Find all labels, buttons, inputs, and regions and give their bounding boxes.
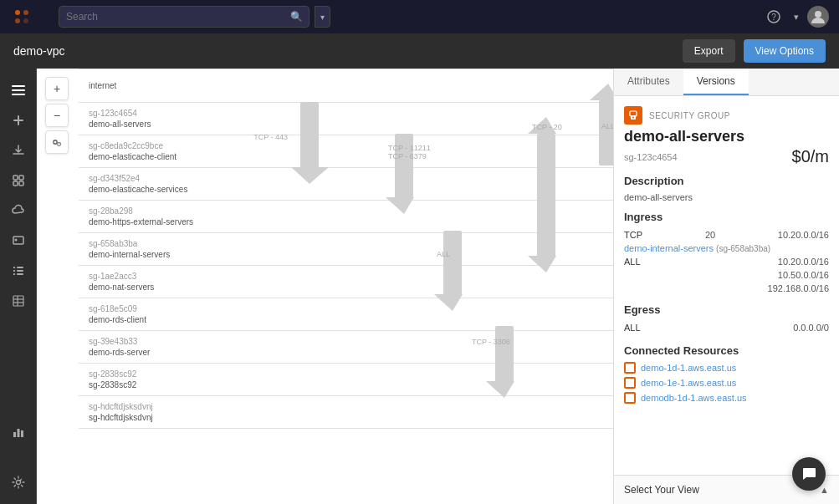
- connected-icon-1: [624, 362, 636, 374]
- sg-icon: [624, 106, 642, 125]
- sidebar-download-icon[interactable]: [5, 137, 32, 164]
- svg-rect-15: [19, 181, 23, 186]
- connected-link-3[interactable]: demodb-1d-1.aws.east.us: [641, 393, 747, 403]
- ingress-rule-1: TCP 20 10.20.0.0/16: [624, 228, 829, 242]
- svg-text:?: ?: [771, 13, 776, 22]
- svg-rect-21: [17, 270, 23, 272]
- connected-item-1: demo-1d-1.aws.east.us: [624, 362, 829, 374]
- svg-point-33: [58, 143, 61, 146]
- search-dropdown-btn[interactable]: ▾: [315, 6, 330, 28]
- sidebar-add-icon[interactable]: [5, 107, 32, 134]
- row-demo-all-servers: sg-123c4654demo-all-servers: [79, 102, 613, 135]
- sidebar-grid-icon[interactable]: [5, 167, 32, 194]
- panel-tabs: Attributes Versions: [614, 69, 839, 96]
- page-title: demo-vpc: [13, 44, 674, 58]
- internal-servers-link[interactable]: demo-internal-servers: [624, 243, 714, 253]
- connected-item-3: demodb-1d-1.aws.east.us: [624, 392, 829, 404]
- svg-point-1: [23, 10, 28, 15]
- internet-label: internet: [89, 81, 116, 90]
- sg-name: demo-all-servers: [624, 128, 829, 145]
- ingress-rule-3: 10.50.0.0/16: [624, 268, 829, 282]
- svg-point-2: [15, 18, 20, 23]
- float-toolbar: + −: [45, 77, 69, 154]
- avatar[interactable]: [807, 6, 829, 28]
- svg-rect-29: [17, 429, 19, 437]
- row-internet: internet: [79, 69, 613, 102]
- help-button[interactable]: ?: [762, 5, 785, 28]
- breadcrumb-bar: demo-vpc Export View Options: [0, 33, 839, 69]
- svg-rect-14: [13, 181, 18, 186]
- panel-content: SECURITY GROUP demo-all-servers sg-123c4…: [614, 96, 839, 475]
- svg-rect-7: [12, 85, 25, 87]
- search-input[interactable]: [59, 6, 310, 28]
- main-layout: + − internet sg-123c4654demo-all-servers…: [0, 69, 839, 504]
- connected-link-1[interactable]: demo-1d-1.aws.east.us: [641, 363, 736, 373]
- svg-rect-9: [12, 94, 25, 95]
- right-panel: Attributes Versions SECURITY GROUP demo-…: [613, 69, 839, 504]
- svg-point-0: [15, 10, 20, 15]
- svg-rect-20: [13, 270, 15, 272]
- svg-rect-24: [13, 296, 23, 306]
- export-button[interactable]: Export: [683, 39, 735, 63]
- ingress-rule-4: 192.168.0.0/16: [624, 282, 829, 295]
- tab-versions[interactable]: Versions: [683, 69, 749, 95]
- sg-header: SECURITY GROUP: [624, 106, 829, 125]
- left-sidebar: [0, 69, 37, 504]
- svg-rect-22: [13, 273, 15, 275]
- zoom-in-button[interactable]: +: [45, 77, 69, 100]
- sidebar-cloud-icon[interactable]: [5, 197, 32, 224]
- connected-item-2: demo-1e-1.aws.east.us: [624, 377, 829, 389]
- svg-rect-32: [54, 140, 57, 144]
- svg-point-17: [14, 239, 17, 242]
- sidebar-chart-icon[interactable]: [5, 419, 32, 445]
- egress-title: Egress: [624, 303, 829, 316]
- row-sg-2838sc92: sg-2838sc92sg-2838sc92: [79, 363, 613, 395]
- search-container: 🔍: [59, 6, 310, 28]
- connected-icon-2: [624, 377, 636, 389]
- sidebar-resource-icon[interactable]: [5, 227, 32, 254]
- row-demo-nat-servers: sg-1ae2acc3demo-nat-servers: [79, 265, 613, 298]
- svg-rect-19: [17, 267, 23, 268]
- svg-point-6: [815, 11, 821, 18]
- row-sg-hdcftdjsksdvnj: sg-hdcftdjsksdvnjsg-hdcftdjsksdvnj: [79, 395, 613, 429]
- sg-type-label: SECURITY GROUP: [649, 111, 730, 120]
- svg-rect-30: [21, 430, 23, 437]
- connected-link-2[interactable]: demo-1e-1.aws.east.us: [641, 378, 736, 388]
- svg-rect-18: [13, 267, 15, 268]
- row-demo-https-external-servers: sg-28ba298demo-https-external-servers: [79, 200, 613, 232]
- row-demo-rds-server: sg-39e43b33demo-rds-server: [79, 330, 613, 363]
- connected-icon-3: [624, 392, 636, 404]
- svg-point-61: [632, 117, 634, 119]
- row-demo-rds-client: sg-618e5c09demo-rds-client: [79, 298, 613, 330]
- ingress-rule-link: demo-internal-servers (sg-658ab3ba): [624, 243, 829, 253]
- sidebar-list-icon[interactable]: [5, 257, 32, 284]
- zoom-out-button[interactable]: −: [45, 104, 69, 127]
- fit-button[interactable]: [45, 130, 69, 154]
- tab-attributes[interactable]: Attributes: [614, 69, 683, 95]
- egress-rule-1: ALL 0.0.0.0/0: [624, 321, 829, 334]
- svg-rect-23: [17, 273, 23, 275]
- row-demo-elasticache-client: sg-c8eda9c2cc9bcedemo-elasticache-client: [79, 135, 613, 167]
- search-icon: 🔍: [290, 11, 303, 23]
- user-chevron[interactable]: ▾: [794, 12, 799, 23]
- description-value: demo-all-servers: [624, 192, 829, 202]
- ingress-rule-2: ALL 10.20.0.0/16: [624, 255, 829, 268]
- view-options-button[interactable]: View Options: [744, 39, 826, 63]
- canvas-area: + − internet sg-123c4654demo-all-servers…: [37, 69, 613, 504]
- chat-button[interactable]: [792, 457, 826, 491]
- row-demo-elasticache-services: sg-d343f52e4demo-elasticache-services: [79, 167, 613, 200]
- select-view-label: Select Your View: [624, 484, 699, 496]
- ingress-title: Ingress: [624, 211, 829, 223]
- description-title: Description: [624, 175, 829, 187]
- connected-resources-title: Connected Resources: [624, 344, 829, 357]
- sidebar-settings-icon[interactable]: [5, 469, 32, 496]
- sidebar-table-icon[interactable]: [5, 288, 32, 314]
- svg-rect-11: [13, 120, 23, 121]
- logo[interactable]: [10, 5, 33, 28]
- svg-point-3: [23, 18, 28, 23]
- sg-id: sg-123c4654: [624, 152, 678, 162]
- sidebar-menu-icon[interactable]: [5, 77, 32, 104]
- top-nav: 🔍 ▾ ? ▾: [0, 0, 839, 33]
- svg-rect-12: [13, 176, 18, 180]
- row-demo-internal-servers: sg-658ab3bademo-internal-servers: [79, 232, 613, 265]
